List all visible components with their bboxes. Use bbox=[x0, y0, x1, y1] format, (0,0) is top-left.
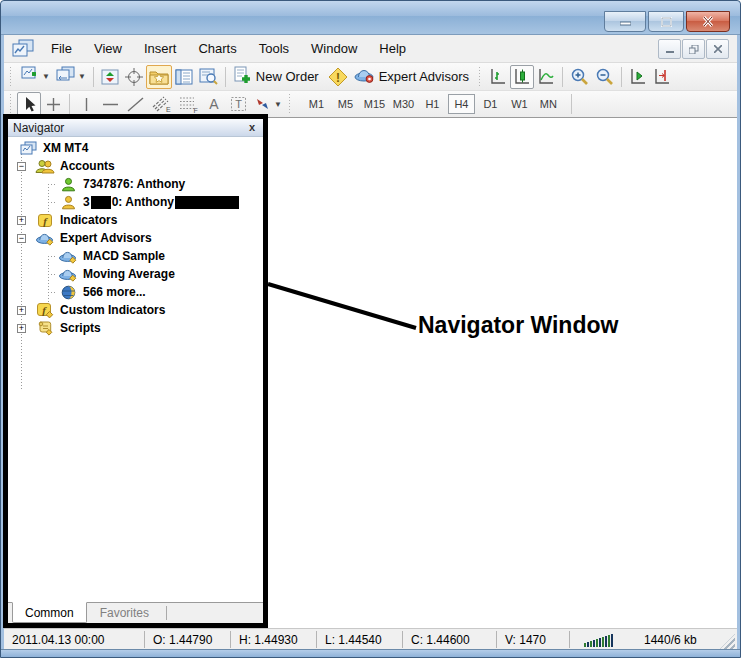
minimize-button[interactable] bbox=[604, 11, 646, 32]
timeframe-h1[interactable]: H1 bbox=[419, 94, 446, 114]
new-chart-button[interactable]: ▼ bbox=[17, 65, 53, 89]
tab-common[interactable]: Common bbox=[12, 602, 87, 623]
menu-insert[interactable]: Insert bbox=[133, 38, 188, 59]
tree-item-more[interactable]: 566 more... bbox=[8, 283, 263, 301]
chart-shift-button[interactable] bbox=[650, 65, 674, 89]
close-button[interactable] bbox=[686, 11, 730, 32]
navigator-panel: Navigator x XM MT4−Accounts7347876: Anth… bbox=[3, 114, 268, 628]
account-gold-icon bbox=[58, 194, 78, 210]
crosshair-tool-icon bbox=[45, 96, 62, 113]
resize-grip[interactable] bbox=[719, 634, 735, 650]
ea-hat-icon bbox=[58, 248, 78, 264]
chevron-down-icon: ▼ bbox=[78, 72, 86, 81]
standard-toolbar: ▼ ▼ bbox=[4, 63, 737, 91]
tree-item-scripts[interactable]: +Scripts bbox=[8, 319, 263, 337]
custom-f-icon: f bbox=[35, 302, 55, 318]
child-minimize-button[interactable] bbox=[658, 39, 681, 59]
collapse-minus-icon[interactable]: − bbox=[17, 234, 26, 243]
tree-item-label: Expert Advisors bbox=[60, 231, 152, 245]
timeframe-h4[interactable]: H4 bbox=[448, 94, 475, 114]
tick-chart-button[interactable] bbox=[98, 65, 122, 89]
navigator-close-icon[interactable]: x bbox=[246, 122, 258, 133]
navigator-title: Navigator bbox=[13, 121, 64, 135]
expand-plus-icon[interactable]: + bbox=[17, 216, 26, 225]
crosshair-button[interactable] bbox=[122, 65, 146, 89]
tree-item-moving-average[interactable]: Moving Average bbox=[8, 265, 263, 283]
text-icon: A bbox=[209, 97, 218, 111]
horizontal-line-button[interactable] bbox=[98, 92, 123, 116]
cursor-icon bbox=[22, 96, 37, 113]
toolbar-grip[interactable] bbox=[288, 94, 293, 114]
zoom-in-button[interactable] bbox=[567, 65, 592, 89]
maximize-button[interactable] bbox=[648, 11, 684, 32]
trendline-button[interactable] bbox=[123, 92, 148, 116]
tree-item-account-1[interactable]: 7347876: Anthony bbox=[8, 175, 263, 193]
expert-advisors-button[interactable]: Expert Advisors bbox=[351, 65, 475, 89]
tree-item-accounts[interactable]: −Accounts bbox=[8, 157, 263, 175]
vertical-line-button[interactable] bbox=[74, 92, 98, 116]
menu-view[interactable]: View bbox=[83, 38, 133, 59]
tree-item-label: 7347876: Anthony bbox=[83, 177, 185, 191]
arrows-button[interactable]: ▼ bbox=[251, 92, 285, 116]
svg-text:!: ! bbox=[336, 70, 340, 84]
menu-charts[interactable]: Charts bbox=[187, 38, 247, 59]
cursor-button[interactable] bbox=[17, 92, 41, 116]
status-segment: L: 1.44540 bbox=[317, 629, 402, 650]
favorites-button[interactable] bbox=[146, 65, 172, 89]
line-chart-button[interactable] bbox=[534, 65, 558, 89]
toolbar-separator bbox=[571, 94, 572, 114]
toolbar-grip[interactable] bbox=[9, 94, 14, 114]
zoom-out-button[interactable] bbox=[592, 65, 617, 89]
tree-item-indicators[interactable]: +fIndicators bbox=[8, 211, 263, 229]
crosshair-tool-button[interactable] bbox=[41, 92, 65, 116]
tree-item-xm-mt4[interactable]: XM MT4 bbox=[8, 139, 263, 157]
timeframe-m5[interactable]: M5 bbox=[332, 94, 359, 114]
timeframe-m30[interactable]: M30 bbox=[390, 94, 417, 114]
timeframe-mn[interactable]: MN bbox=[535, 94, 562, 114]
mt4-logo-icon bbox=[12, 39, 34, 58]
navigator-tabs: CommonFavorites bbox=[8, 602, 263, 623]
new-order-button[interactable]: New Order bbox=[230, 65, 325, 89]
child-close-button[interactable] bbox=[706, 39, 729, 59]
horizontal-line-icon bbox=[101, 96, 120, 113]
tree-item-custom-indicators[interactable]: +fCustom Indicators bbox=[8, 301, 263, 319]
bar-chart-button[interactable] bbox=[486, 65, 510, 89]
alert-button[interactable]: ! bbox=[325, 65, 351, 89]
status-segment: 2011.04.13 00:00 bbox=[4, 629, 144, 650]
menu-help[interactable]: Help bbox=[368, 38, 417, 59]
timeframe-m15[interactable]: M15 bbox=[361, 94, 388, 114]
auto-scroll-button[interactable] bbox=[626, 65, 650, 89]
title-bar bbox=[1, 1, 740, 35]
toolbar-grip[interactable] bbox=[9, 67, 14, 87]
status-segment: C: 1.44600 bbox=[403, 629, 496, 650]
tree-item-expert-advisors[interactable]: −Expert Advisors bbox=[8, 229, 263, 247]
timeframe-d1[interactable]: D1 bbox=[477, 94, 504, 114]
annotation-label: Navigator Window bbox=[418, 312, 618, 339]
alert-icon: ! bbox=[328, 67, 348, 87]
menu-tools[interactable]: Tools bbox=[248, 38, 300, 59]
toolbar-grip[interactable] bbox=[478, 67, 483, 87]
menu-file[interactable]: File bbox=[40, 38, 83, 59]
child-restore-button[interactable] bbox=[682, 39, 705, 59]
expand-plus-icon[interactable]: + bbox=[17, 306, 26, 315]
fibonacci-button[interactable]: F bbox=[175, 92, 202, 116]
menu-window[interactable]: Window bbox=[300, 38, 368, 59]
candlestick-chart-button[interactable] bbox=[510, 65, 534, 89]
tree-item-macd-sample[interactable]: MACD Sample bbox=[8, 247, 263, 265]
market-watch-button[interactable] bbox=[172, 65, 196, 89]
tree-item-account-2[interactable]: 30: Anthony bbox=[8, 193, 263, 211]
profiles-button[interactable]: ▼ bbox=[53, 65, 89, 89]
expand-plus-icon[interactable]: + bbox=[17, 324, 26, 333]
tab-divider bbox=[166, 606, 167, 620]
timeframe-w1[interactable]: W1 bbox=[506, 94, 533, 114]
text-button[interactable]: A bbox=[202, 92, 226, 116]
equidistant-channel-button[interactable]: E bbox=[148, 92, 175, 116]
tab-favorites[interactable]: Favorites bbox=[87, 603, 162, 623]
collapse-minus-icon[interactable]: − bbox=[17, 162, 26, 171]
navigator-title-bar[interactable]: Navigator x bbox=[8, 119, 263, 137]
tree-item-label: Moving Average bbox=[83, 267, 175, 281]
timeframe-m1[interactable]: M1 bbox=[303, 94, 330, 114]
data-window-button[interactable] bbox=[196, 65, 221, 89]
new-order-label: New Order bbox=[256, 69, 319, 84]
text-label-button[interactable]: T bbox=[226, 92, 251, 116]
